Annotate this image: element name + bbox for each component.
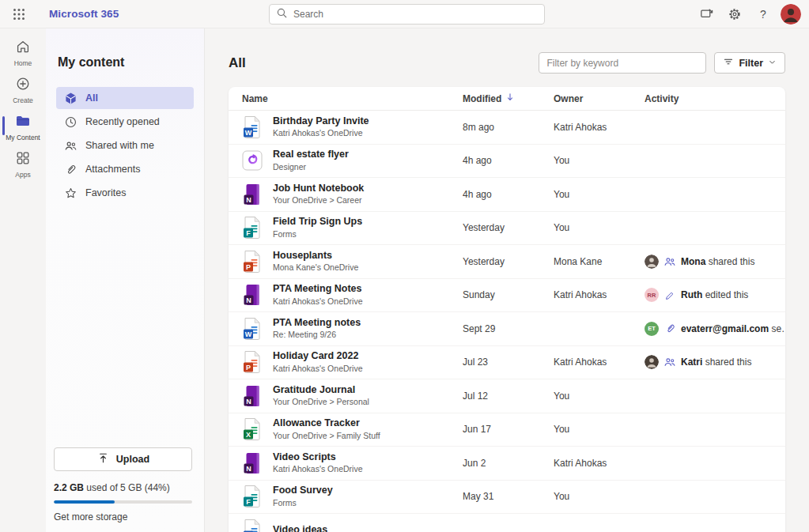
brand-title[interactable]: Microsoft 365 (49, 8, 119, 20)
file-location: Your OneDrive > Family Stuff (273, 431, 380, 442)
rail-item-home[interactable]: Home (0, 35, 46, 71)
file-name-cell[interactable]: NPTA Meeting NotesKatri Ahokas's OneDriv… (242, 282, 463, 308)
table-row[interactable]: NGratitude JournalYour OneDrive > Person… (229, 379, 785, 413)
active-indicator (2, 116, 5, 135)
screen-sync-icon[interactable] (695, 3, 717, 25)
modified-cell: Yesterday (463, 256, 554, 267)
excel-file-icon: X (242, 417, 263, 442)
paperclip-icon (663, 323, 676, 335)
rail-item-my-content[interactable]: My Content (0, 109, 46, 145)
filter-button[interactable]: Filter (714, 52, 785, 74)
file-location: Katri Ahokas's OneDrive (273, 296, 362, 308)
file-name-cell[interactable]: NJob Hunt NotebookYour OneDrive > Career (242, 182, 463, 207)
svg-text:X: X (246, 431, 251, 439)
file-name: Food Survey (273, 485, 333, 497)
sidebar-item-shared-with-me[interactable]: Shared with me (56, 134, 194, 157)
file-name-cell[interactable]: NGratitude JournalYour OneDrive > Person… (242, 383, 463, 409)
apps-icon (15, 150, 31, 169)
account-avatar[interactable] (781, 4, 801, 25)
onenote-file-icon: N (242, 282, 263, 308)
help-icon[interactable]: ? (752, 3, 774, 25)
file-name: Holiday Card 2022 (273, 350, 362, 363)
owner-cell: Katri Ahokas (554, 458, 645, 469)
modified-cell: 4h ago (463, 155, 554, 166)
svg-text:W: W (245, 330, 252, 338)
svg-text:N: N (246, 464, 251, 472)
table-row[interactable]: NVideo ScriptsKatri Ahokas's OneDriveJun… (229, 447, 785, 481)
sidebar-item-label: Shared with me (85, 140, 154, 151)
global-search[interactable] (269, 4, 545, 25)
search-input[interactable] (293, 9, 538, 20)
main-content: All Filter Name Modified Owner Activity … (205, 28, 809, 532)
column-header-name[interactable]: Name (242, 93, 463, 104)
svg-text:N: N (246, 397, 251, 405)
owner-cell: You (554, 222, 645, 233)
owner-cell: You (554, 491, 645, 502)
file-name-cell[interactable]: FField Trip Sign UpsForms (242, 215, 463, 240)
table-row[interactable]: NPTA Meeting NotesKatri Ahokas's OneDriv… (229, 279, 785, 313)
get-more-storage-link[interactable]: Get more storage (54, 511, 192, 523)
modified-cell: Jul 12 (463, 391, 554, 402)
table-row[interactable]: Real estate flyerDesigner4h agoYou (229, 145, 785, 179)
table-row[interactable]: WBirthday Party InviteKatri Ahokas's One… (229, 111, 785, 145)
settings-gear-icon[interactable] (724, 3, 746, 25)
svg-text:F: F (246, 229, 251, 237)
activity-avatar: ET (645, 322, 659, 336)
column-header-activity[interactable]: Activity (645, 93, 785, 104)
sidebar-item-favorites[interactable]: Favorites (56, 182, 194, 204)
file-location: Forms (273, 229, 362, 240)
file-name-cell[interactable]: PHoliday Card 2022Katri Ahokas's OneDriv… (242, 349, 463, 375)
activity-cell: Katri shared this (645, 355, 785, 369)
file-name: Birthday Party Invite (273, 115, 369, 128)
modified-cell: Sept 29 (463, 323, 554, 334)
table-row[interactable]: PHouseplantsMona Kane's OneDriveYesterda… (229, 245, 785, 279)
people-icon (663, 255, 676, 268)
file-name-cell[interactable]: WBirthday Party InviteKatri Ahokas's One… (242, 115, 463, 140)
app-launcher-icon[interactable] (0, 0, 38, 28)
file-name-cell[interactable]: NVideo ScriptsKatri Ahokas's OneDrive (242, 451, 463, 476)
rail-item-create[interactable]: Create (0, 72, 46, 108)
svg-text:F: F (246, 498, 251, 506)
file-name-cell[interactable]: WPTA Meeting notesRe: Meeting 9/26 (242, 316, 463, 341)
rail-item-apps[interactable]: Apps (0, 146, 46, 183)
activity-avatar: RR (645, 288, 659, 302)
cube-icon (63, 91, 77, 105)
file-name-cell[interactable]: WVideo ideas (242, 518, 463, 532)
table-row[interactable]: NJob Hunt NotebookYour OneDrive > Career… (229, 178, 785, 212)
file-name-cell[interactable]: PHouseplantsMona Kane's OneDrive (242, 249, 463, 274)
activity-cell: ETevaterr@gmail.com se… (645, 322, 785, 336)
column-header-owner[interactable]: Owner (554, 93, 645, 104)
file-location: Re: Meeting 9/26 (273, 330, 361, 341)
upload-button[interactable]: Upload (54, 447, 192, 471)
modified-cell: May 31 (463, 491, 554, 502)
table-row[interactable]: FField Trip Sign UpsFormsYesterdayYou (229, 212, 785, 246)
svg-text:W: W (245, 128, 252, 136)
table-row[interactable]: WVideo ideas (229, 514, 785, 532)
table-row[interactable]: FFood SurveyFormsMay 31You (229, 481, 785, 515)
file-name: Video Scripts (273, 451, 362, 464)
home-icon (15, 39, 31, 58)
designer-file-icon (242, 148, 263, 173)
owner-cell: Mona Kane (554, 256, 645, 267)
sidebar-item-recently-opened[interactable]: Recently opened (56, 111, 194, 133)
word-file-icon: W (242, 115, 263, 140)
owner-cell: You (554, 424, 645, 435)
file-name-cell[interactable]: XAllowance TrackerYour OneDrive > Family… (242, 417, 463, 442)
owner-cell: You (554, 189, 645, 200)
sort-descending-icon (505, 92, 516, 105)
table-row[interactable]: WPTA Meeting notesRe: Meeting 9/26Sept 2… (229, 312, 785, 346)
filter-keyword-input[interactable] (539, 52, 706, 74)
sidebar-item-attachments[interactable]: Attachments (56, 158, 194, 180)
onenote-file-icon: N (242, 451, 263, 476)
sidebar-item-label: Favorites (85, 187, 126, 198)
rail-item-label: My Content (6, 134, 40, 141)
sidebar-item-all[interactable]: All (56, 87, 194, 109)
rail-item-label: Apps (15, 171, 30, 179)
table-row[interactable]: XAllowance TrackerYour OneDrive > Family… (229, 413, 785, 447)
table-row[interactable]: PHoliday Card 2022Katri Ahokas's OneDriv… (229, 346, 785, 380)
file-name-cell[interactable]: FFood SurveyForms (242, 484, 463, 509)
column-header-modified[interactable]: Modified (463, 92, 554, 105)
file-location: Designer (273, 162, 349, 173)
owner-cell: Katri Ahokas (554, 289, 645, 300)
file-name-cell[interactable]: Real estate flyerDesigner (242, 148, 463, 173)
